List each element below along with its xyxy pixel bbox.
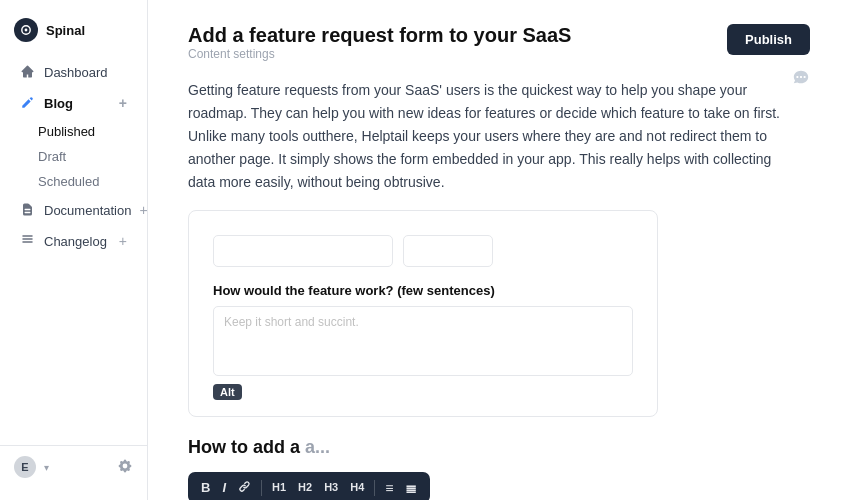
settings-gear-icon[interactable] (117, 458, 133, 477)
form-input-mock-wide[interactable] (213, 235, 393, 267)
form-textarea-mock[interactable]: Keep it short and succint. (213, 306, 633, 376)
sidebar-item-scheduled[interactable]: Scheduled (38, 169, 147, 194)
content-settings-label: Content settings (188, 47, 571, 61)
ordered-list-button[interactable]: ≣ (400, 478, 422, 498)
sidebar-item-dashboard[interactable]: Dashboard (6, 57, 141, 87)
section-heading: How to add a a... (188, 437, 810, 458)
chevron-down-icon: ▾ (44, 462, 49, 473)
sidebar-item-draft[interactable]: Draft (38, 144, 147, 169)
form-preview-top-inputs (213, 235, 633, 267)
bold-button[interactable]: B (196, 478, 215, 497)
toolbar-separator-2 (374, 480, 375, 496)
h2-button[interactable]: H2 (293, 479, 317, 496)
sidebar-item-published[interactable]: Published (38, 119, 147, 144)
h1-button[interactable]: H1 (267, 479, 291, 496)
user-avatar[interactable]: E (14, 456, 36, 478)
page-title: Add a feature request form to your SaaS (188, 24, 571, 47)
italic-button[interactable]: I (217, 478, 231, 497)
edit-icon (20, 95, 36, 111)
article-body: Getting feature requests from your SaaS'… (188, 79, 788, 194)
blog-plus-button[interactable]: + (119, 96, 127, 110)
spinal-logo-icon (14, 18, 38, 42)
home-icon (20, 64, 36, 80)
section-with-toolbar: How to add a a... B I H1 H2 H3 H4 ≡ ≣ He… (188, 437, 810, 500)
sidebar-item-changelog[interactable]: Changelog + (6, 226, 141, 256)
main-content: Add a feature request form to your SaaS … (148, 0, 850, 500)
sidebar-dashboard-label: Dashboard (44, 65, 108, 80)
sidebar-blog-label: Blog (44, 96, 73, 111)
sidebar-bottom: E ▾ (0, 445, 147, 488)
sidebar-changelog-label: Changelog (44, 234, 107, 249)
sidebar: Spinal Dashboard Blog + Published Draft (0, 0, 148, 500)
sidebar-documentation-label: Documentation (44, 203, 131, 218)
main-header: Add a feature request form to your SaaS … (188, 24, 810, 75)
publish-button[interactable]: Publish (727, 24, 810, 55)
alt-badge[interactable]: Alt (213, 384, 242, 400)
formatting-toolbar: B I H1 H2 H3 H4 ≡ ≣ (188, 472, 430, 500)
sidebar-nav: Dashboard Blog + Published Draft Schedul… (0, 56, 147, 445)
sidebar-item-documentation[interactable]: Documentation + (6, 195, 141, 225)
title-section: Add a feature request form to your SaaS … (188, 24, 571, 75)
article-paragraph-1: Getting feature requests from your SaaS'… (188, 79, 788, 194)
sidebar-item-blog[interactable]: Blog + (6, 88, 141, 118)
unordered-list-button[interactable]: ≡ (380, 478, 398, 498)
form-input-mock-short[interactable] (403, 235, 493, 267)
link-button[interactable] (233, 477, 256, 498)
section-heading-ellipsis: a... (305, 437, 330, 457)
sidebar-blog-subnav: Published Draft Scheduled (0, 119, 147, 194)
h4-button[interactable]: H4 (345, 479, 369, 496)
h3-button[interactable]: H3 (319, 479, 343, 496)
file-icon (20, 202, 36, 218)
form-preview-card: How would the feature work? (few sentenc… (188, 210, 658, 417)
sidebar-logo[interactable]: Spinal (0, 12, 147, 56)
list-icon (20, 233, 36, 249)
comment-icon[interactable] (792, 68, 810, 90)
form-field-label: How would the feature work? (few sentenc… (213, 283, 633, 298)
toolbar-separator-1 (261, 480, 262, 496)
documentation-plus-button[interactable]: + (139, 203, 147, 217)
sidebar-logo-text: Spinal (46, 23, 85, 38)
changelog-plus-button[interactable]: + (119, 234, 127, 248)
svg-point-1 (25, 29, 28, 32)
